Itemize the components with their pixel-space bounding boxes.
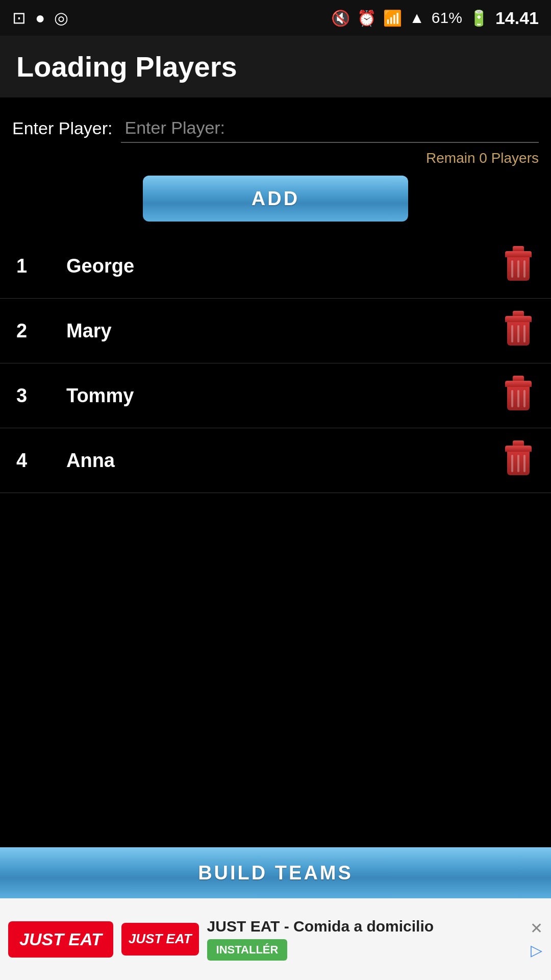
player-name-input[interactable] [121, 114, 539, 143]
trash-icon [505, 446, 532, 475]
player-input-row: Enter Player: [0, 97, 551, 147]
trash-icon [505, 381, 532, 410]
table-row: 1 George [0, 234, 551, 299]
mute-icon: 🔇 [331, 9, 350, 27]
input-label: Enter Player: [12, 118, 113, 138]
ad-install-button[interactable]: INSTALLÉR [207, 939, 288, 961]
add-button-row: ADD [0, 166, 551, 234]
bottom-section: BUILD TEAMS JUST EAT JUST EAT JUST EAT -… [0, 847, 551, 980]
ad-forward-icon[interactable]: ▷ [531, 941, 542, 959]
alarm-icon: ⏰ [357, 9, 376, 27]
cast-icon: 📶 [383, 9, 402, 27]
ad-logo-right: JUST EAT [121, 923, 199, 955]
table-row: 4 Anna [0, 428, 551, 493]
player-number: 2 [16, 320, 42, 342]
player-list: 1 George 2 Mary [0, 234, 551, 493]
delete-player-button[interactable] [502, 313, 535, 349]
player-name: Anna [66, 450, 478, 472]
table-row: 3 Tommy [0, 363, 551, 428]
ad-title: JUST EAT - Comida a domicilio [207, 918, 518, 935]
trash-icon [505, 316, 532, 346]
battery-icon: 🔋 [469, 9, 488, 27]
remain-players-label: Remain 0 Players [426, 150, 539, 166]
main-content: Enter Player: Remain 0 Players ADD 1 Geo… [0, 97, 551, 980]
player-name: Mary [66, 320, 478, 342]
build-teams-button[interactable]: BUILD TEAMS [0, 847, 551, 898]
build-button-row: BUILD TEAMS [0, 847, 551, 898]
delete-player-button[interactable] [502, 443, 535, 478]
status-right-icons: 🔇 ⏰ 📶 ▲ 61% 🔋 14.41 [331, 8, 539, 28]
remain-row: Remain 0 Players [0, 147, 551, 166]
ad-close-area: ✕ ▷ [526, 919, 543, 959]
add-player-button[interactable]: ADD [143, 176, 408, 222]
whatsapp-icon: ● [35, 9, 45, 28]
player-name: George [66, 255, 478, 277]
player-number: 4 [16, 450, 42, 472]
table-row: 2 Mary [0, 299, 551, 363]
player-number: 3 [16, 385, 42, 407]
timer-icon: ◎ [54, 8, 68, 28]
signal-icon: ▲ [409, 9, 424, 27]
ad-logo-left: JUST EAT [8, 921, 113, 958]
player-name: Tommy [66, 385, 478, 407]
status-left-icons: ⊡ ● ◎ [12, 8, 68, 28]
delete-player-button[interactable] [502, 248, 535, 284]
trash-icon [505, 251, 532, 281]
image-icon: ⊡ [12, 8, 26, 28]
ad-text-area: JUST EAT - Comida a domicilio INSTALLÉR [207, 918, 518, 961]
player-number: 1 [16, 255, 42, 277]
status-bar: ⊡ ● ◎ 🔇 ⏰ 📶 ▲ 61% 🔋 14.41 [0, 0, 551, 36]
status-time: 14.41 [495, 8, 539, 28]
ad-banner[interactable]: JUST EAT JUST EAT JUST EAT - Comida a do… [0, 898, 551, 980]
page-title: Loading Players [16, 50, 535, 83]
app-header: Loading Players [0, 36, 551, 97]
delete-player-button[interactable] [502, 378, 535, 413]
ad-close-icon[interactable]: ✕ [530, 919, 543, 937]
battery-text: 61% [432, 9, 462, 27]
